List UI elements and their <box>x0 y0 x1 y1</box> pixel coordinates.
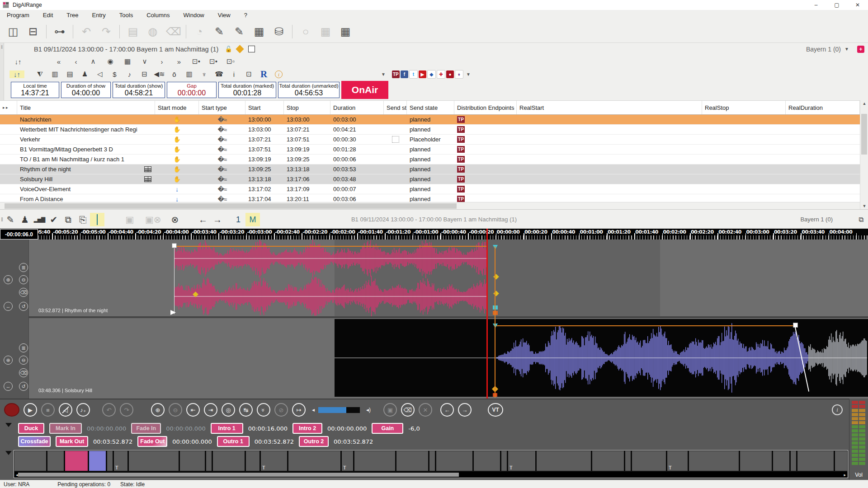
speaker-icon[interactable]: ◂) <box>366 407 371 413</box>
columns-icon[interactable]: ▥ <box>47 70 62 78</box>
trash-circle-icon[interactable]: ⌫ <box>401 403 415 417</box>
overview-scroll-thumb[interactable] <box>18 473 459 477</box>
chevron-down-icon[interactable]: ∨ <box>136 57 153 66</box>
overview-blocks[interactable]: TTTTT <box>14 451 847 471</box>
go-up-icon[interactable]: ∧ <box>85 57 102 66</box>
overview-segment[interactable] <box>592 451 624 471</box>
arrow-right-icon[interactable]: → <box>210 213 225 226</box>
menu-item-edit[interactable]: Edit <box>36 12 60 19</box>
speaker-icon[interactable]: ◀≋ <box>152 70 167 78</box>
menu-item-entry[interactable]: Entry <box>85 12 113 19</box>
delete-track-icon-2[interactable]: ⌫ <box>19 368 28 377</box>
vt-button[interactable]: VT <box>488 403 503 417</box>
overview-segment[interactable] <box>632 451 666 471</box>
timeline-ruler[interactable]: -00:05:40-00:05:20-00:05:00-00:04:40-00:… <box>0 229 868 239</box>
swap-icon-2[interactable]: ↔ <box>4 382 13 391</box>
levels-icon[interactable]: ▂▅▇ <box>32 213 47 226</box>
table-vertical-scrollbar[interactable]: ▲ ▼ <box>860 100 868 209</box>
person-icon[interactable]: ♟ <box>77 70 92 78</box>
person-icon[interactable]: ♟ <box>18 213 32 226</box>
column-header-start[interactable]: Start <box>245 101 284 114</box>
envelope-handle-track1[interactable] <box>172 243 177 248</box>
gain-button[interactable]: Gain <box>372 423 403 434</box>
overview-segment[interactable] <box>537 451 591 471</box>
broadcast-icon[interactable]: ⊡ <box>241 70 256 78</box>
monitor-icon[interactable]: ⊟ <box>137 70 152 78</box>
overview-segment[interactable] <box>180 451 205 471</box>
overview-segment[interactable] <box>740 451 772 471</box>
microphone-icon[interactable]: ♆ <box>197 70 212 78</box>
zoom-selection-button[interactable]: ↹ <box>239 403 253 417</box>
overview-segment[interactable]: T <box>667 451 688 471</box>
filter-funnel-icon[interactable]: ⧨ <box>33 70 47 78</box>
collapse-icon[interactable]: ⊖ <box>19 275 28 284</box>
go-next-icon[interactable]: › <box>153 58 170 66</box>
rundown-add-icon[interactable]: + <box>857 46 864 53</box>
endpoint-tp-icon[interactable]: TP <box>392 70 400 78</box>
endpoint-facebook-icon[interactable]: f <box>401 70 408 78</box>
overview-segment[interactable] <box>429 451 435 471</box>
outro-2-button[interactable]: Outro 2 <box>299 436 329 447</box>
circle-info-icon[interactable]: i <box>271 70 286 79</box>
swap-icon[interactable]: ↔ <box>4 302 13 311</box>
zoom-track-in-icon-2[interactable]: ⊕ <box>4 356 13 365</box>
column-header-realstart[interactable]: RealStart <box>517 101 702 114</box>
megaphone-icon[interactable]: ◁ <box>92 70 107 78</box>
next-entry-button[interactable]: → <box>458 403 472 417</box>
column-header-start-type[interactable]: Start type <box>199 101 245 114</box>
overview-segment[interactable]: T <box>261 451 287 471</box>
scroll-left-icon[interactable]: ◂ <box>16 473 18 477</box>
column-header-duration[interactable]: Duration <box>330 101 384 114</box>
overview-segment[interactable] <box>773 451 789 471</box>
table-row[interactable]: Solsbury Hill✋�≈13:13:1813:17:0600:03:48… <box>0 174 860 184</box>
overview-segment[interactable] <box>625 451 631 471</box>
overview-segment[interactable]: T <box>508 451 535 471</box>
audition-off-button[interactable]: ◁ <box>59 403 72 417</box>
overview-segment[interactable] <box>396 451 428 471</box>
table-row[interactable]: VoiceOver-Element↓�≈13:17:0213:17:0900:0… <box>0 184 860 194</box>
table-row[interactable]: Nachrichten✋�≈13:00:0013:03:0000:03:00pl… <box>0 115 860 125</box>
collapse-caret-icon[interactable] <box>5 423 12 427</box>
minimize-button[interactable]: – <box>806 0 826 10</box>
recorder-icon[interactable]: ō <box>167 70 182 78</box>
column-header-send-state[interactable]: Send state <box>407 101 454 114</box>
overview-segment[interactable]: T <box>342 451 353 471</box>
overview-segment[interactable] <box>797 451 834 471</box>
table-row[interactable]: Wetterbett MIT Nachrichtenstinger nach R… <box>0 125 860 135</box>
track-2-lane[interactable] <box>28 318 868 399</box>
add-note-button[interactable]: ♪₊ <box>76 403 90 417</box>
scroll-down-icon[interactable]: ▼ <box>860 204 868 208</box>
column-header-start-mode[interactable]: Start mode <box>155 101 199 114</box>
clip-start-line-track1[interactable] <box>174 245 175 314</box>
double-check-icon[interactable]: ✔ <box>47 213 61 226</box>
column-header-arrows[interactable]: ▸ ▸ <box>0 101 17 114</box>
intro-1-button[interactable]: Intro 1 <box>211 423 243 434</box>
go-end-button[interactable]: ⇥ <box>204 403 217 417</box>
table-horizontal-scrollbar[interactable] <box>0 202 860 210</box>
expand-icon[interactable]: ⧉ <box>859 216 863 224</box>
outro-1-button[interactable]: Outro 1 <box>217 436 250 447</box>
sort-updown-icon[interactable]: ↓↑ <box>9 70 24 78</box>
collapse-icon-2[interactable]: ⊖ <box>19 356 28 365</box>
info-circle-icon[interactable]: i <box>832 404 843 415</box>
column-header-realstop[interactable]: RealStop <box>702 101 786 114</box>
onair-button[interactable]: OnAir <box>341 81 388 99</box>
go-first-icon[interactable]: « <box>50 58 67 66</box>
playhead[interactable] <box>486 229 488 399</box>
reset-track-icon-2[interactable]: ↺ <box>19 382 28 391</box>
page-number[interactable]: 1 <box>231 213 245 226</box>
column-header-realduration[interactable]: RealDuration <box>786 101 860 114</box>
region-r-icon[interactable]: R <box>256 69 271 80</box>
mark-out-button[interactable]: Mark Out <box>56 436 88 447</box>
goto-marker-2-icon[interactable]: ⊡• <box>205 57 222 66</box>
duck-button[interactable]: Duck <box>18 423 44 434</box>
record-button[interactable] <box>4 403 19 417</box>
scroll-up-icon[interactable]: ▲ <box>860 101 868 106</box>
endpoint-icon-6[interactable]: ✚ <box>437 70 445 79</box>
go-prev-icon[interactable]: ‹ <box>67 58 85 66</box>
arrow-left-icon[interactable]: ← <box>196 213 210 226</box>
chevrons-down-button[interactable]: » <box>257 403 270 417</box>
overview-caret-icon[interactable] <box>5 451 12 455</box>
split-horizontal-icon[interactable]: ⊟ <box>26 25 40 38</box>
table-row[interactable]: Rhythm of the night✋�≈13:09:2513:13:1800… <box>0 164 860 174</box>
